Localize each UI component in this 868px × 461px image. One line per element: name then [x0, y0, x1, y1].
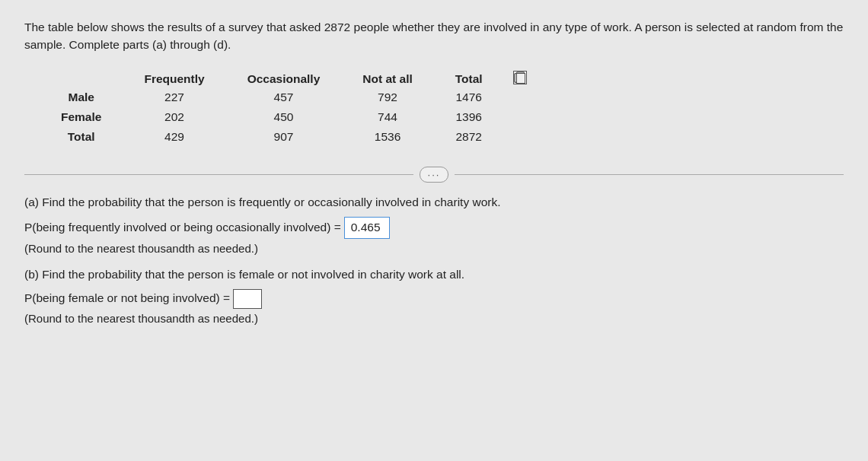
col-header-occasionally: Occasionally — [226, 69, 342, 87]
part-a-round-note: (Round to the nearest thousandth as need… — [24, 242, 844, 255]
cell-female-occasionally: 450 — [226, 107, 342, 127]
svg-rect-1 — [516, 72, 524, 81]
col-header-total: Total — [434, 69, 504, 87]
row-label-female: Female — [40, 107, 123, 127]
copy-icon[interactable] — [513, 71, 527, 84]
divider-left — [24, 174, 413, 175]
cell-total-frequently: 429 — [123, 127, 225, 147]
col-header-not-at-all: Not at all — [341, 69, 433, 87]
dots-button[interactable]: ··· — [420, 167, 449, 183]
row-label-male: Male — [40, 87, 123, 107]
part-a-answer-value: 0.465 — [344, 217, 390, 239]
intro-text: The table below shows the results of a s… — [24, 18, 844, 54]
divider-section: ··· — [24, 167, 844, 183]
cell-male-frequently: 227 — [123, 87, 225, 107]
part-b-formula-label: P(being female or not being involved) = — [24, 289, 230, 308]
part-b-question: (b) Find the probability that the person… — [24, 265, 844, 283]
table-wrapper: Frequently Occasionally Not at all Total… — [24, 69, 504, 150]
part-a-answer-line: P(being frequently involved or being occ… — [24, 217, 844, 239]
cell-female-frequently: 202 — [123, 107, 225, 127]
cell-male-not-at-all: 792 — [341, 87, 433, 107]
table-row: Female 202 450 744 1396 — [40, 107, 504, 127]
part-b-round-note: (Round to the nearest thousandth as need… — [24, 312, 844, 325]
part-b-section: (b) Find the probability that the person… — [24, 265, 844, 325]
divider-right — [455, 174, 844, 175]
part-b-answer-input[interactable] — [233, 289, 262, 309]
col-header-frequently: Frequently — [123, 69, 225, 87]
svg-rect-0 — [515, 73, 522, 82]
cell-male-total: 1476 — [434, 87, 504, 107]
row-label-total: Total — [40, 127, 123, 147]
part-a-formula-label: P(being frequently involved or being occ… — [24, 218, 341, 237]
part-a-section: (a) Find the probability that the person… — [24, 193, 844, 255]
cell-total-occasionally: 907 — [226, 127, 342, 147]
cell-total-not-at-all: 1536 — [341, 127, 433, 147]
col-header-empty — [40, 69, 123, 87]
part-b-answer-line: P(being female or not being involved) = — [24, 289, 844, 309]
cell-female-total: 1396 — [434, 107, 504, 127]
cell-female-not-at-all: 744 — [341, 107, 433, 127]
table-section: Frequently Occasionally Not at all Total… — [24, 69, 844, 153]
cell-male-occasionally: 457 — [226, 87, 342, 107]
table-row: Total 429 907 1536 2872 — [40, 127, 504, 147]
part-a-question: (a) Find the probability that the person… — [24, 193, 844, 211]
table-row: Male 227 457 792 1476 — [40, 87, 504, 107]
survey-table: Frequently Occasionally Not at all Total… — [40, 69, 504, 147]
table-header-row: Frequently Occasionally Not at all Total — [40, 69, 504, 87]
cell-total-total: 2872 — [434, 127, 504, 147]
